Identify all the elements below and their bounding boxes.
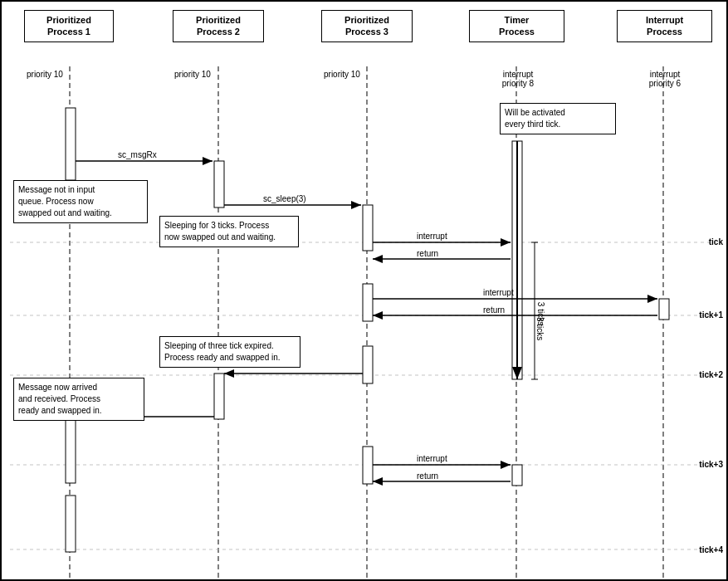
svg-text:sc_msgRx: sc_msgRx <box>118 150 157 159</box>
actor-interrupt-label: InterruptProcess <box>646 15 683 37</box>
svg-rect-51 <box>66 496 76 552</box>
svg-marker-24 <box>203 157 213 165</box>
actor-pp2: PrioritizedProcess 2 <box>173 10 264 42</box>
svg-text:return: return <box>417 471 438 481</box>
svg-marker-15 <box>512 367 522 379</box>
actor-pp1: PrioritizedProcess 1 <box>24 10 114 42</box>
svg-rect-16 <box>363 284 373 321</box>
actor-interrupt: InterruptProcess <box>617 10 712 42</box>
svg-text:interrupt: interrupt <box>483 288 514 297</box>
note-msg-not-in-queue: Message not in inputqueue. Process nowsw… <box>13 180 148 223</box>
tick-label-1: tick+1 <box>699 310 723 320</box>
svg-marker-39 <box>373 311 383 320</box>
svg-marker-46 <box>501 461 511 469</box>
svg-rect-21 <box>512 465 522 486</box>
svg-marker-36 <box>647 295 657 303</box>
svg-marker-33 <box>373 255 383 263</box>
arrows-svg: sc_msgRx sc_sleep(3) interrupt return in… <box>2 2 728 581</box>
note-sleep-expired: Sleeping of three tick expired.Process r… <box>159 336 300 368</box>
svg-marker-49 <box>373 477 383 486</box>
svg-marker-30 <box>501 238 511 247</box>
diagram-container: sc_msgRx sc_sleep(3) interrupt return in… <box>0 0 728 581</box>
note-will-be-activated: Will be activatedevery third tick. <box>500 103 616 134</box>
svg-rect-18 <box>214 374 224 419</box>
svg-text:3 ticks: 3 ticks <box>536 302 545 325</box>
svg-text:return: return <box>483 305 505 315</box>
svg-text:interrupt: interrupt <box>417 232 447 241</box>
svg-rect-12 <box>363 205 373 251</box>
actor-timer-label: TimerProcess <box>499 15 535 37</box>
svg-text:return: return <box>417 249 438 258</box>
svg-rect-10 <box>66 108 76 180</box>
note-sleeping-3-ticks: Sleeping for 3 ticks. Processnow swapped… <box>159 216 299 247</box>
svg-rect-11 <box>214 161 224 208</box>
svg-text:interrupt: interrupt <box>417 454 447 463</box>
actor-timer: TimerProcess <box>469 10 564 42</box>
actor-pp3: PrioritizedProcess 3 <box>321 10 413 42</box>
svg-text:3 ticks: 3 ticks <box>535 317 545 340</box>
svg-text:sc_sleep(3): sc_sleep(3) <box>263 194 306 203</box>
svg-rect-20 <box>659 299 669 320</box>
priority-interrupt: interruptpriority 6 <box>619 70 711 88</box>
svg-rect-22 <box>363 447 373 484</box>
svg-rect-19 <box>66 417 76 483</box>
actor-pp3-label: PrioritizedProcess 3 <box>344 15 389 37</box>
svg-marker-27 <box>351 201 361 209</box>
priority-pp1: priority 10 <box>27 70 63 79</box>
svg-rect-13 <box>512 141 522 379</box>
tick-label-3: tick+3 <box>699 460 723 469</box>
tick-label-0: tick <box>709 237 723 247</box>
priority-timer: interruptpriority 8 <box>472 70 564 88</box>
note-msg-arrived: Message now arrivedand received. Process… <box>13 378 144 421</box>
tick-label-4: tick+4 <box>699 545 723 554</box>
actor-pp1-label: PrioritizedProcess 1 <box>46 15 91 37</box>
tick-label-2: tick+2 <box>699 370 723 379</box>
priority-pp3: priority 10 <box>324 70 360 79</box>
svg-marker-42 <box>224 369 234 378</box>
svg-rect-17 <box>363 346 373 383</box>
actor-pp2-label: PrioritizedProcess 2 <box>196 15 241 37</box>
priority-pp2: priority 10 <box>174 70 211 79</box>
